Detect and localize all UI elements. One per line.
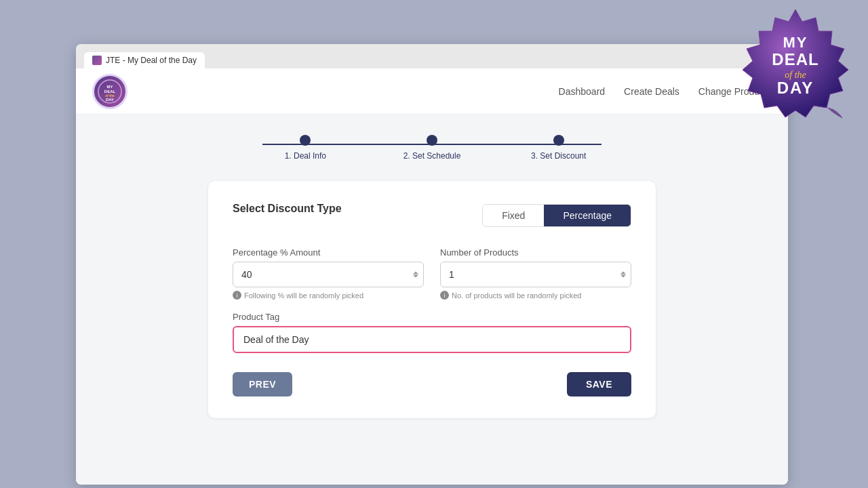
step-dot-3 <box>553 135 564 146</box>
browser-tab-bar: JTE - My Deal of the Day <box>76 44 788 68</box>
product-tag-label: Product Tag <box>233 312 631 322</box>
stepper: 1. Deal Info 2. Set Schedule 3. Set Disc… <box>242 135 622 161</box>
products-count-spinner[interactable] <box>620 272 626 278</box>
products-spinner-down-icon[interactable] <box>620 275 626 278</box>
svg-text:MY: MY <box>107 85 113 89</box>
nav-dashboard[interactable]: Dashboard <box>559 86 606 97</box>
step-dot-2 <box>427 135 437 146</box>
main-content: 1. Deal Info 2. Set Schedule 3. Set Disc… <box>76 115 788 439</box>
discount-type-row: Select Discount Type Fixed Percentage <box>233 203 631 228</box>
product-tag-group: Product Tag <box>233 312 631 353</box>
percentage-input-wrap <box>233 262 424 287</box>
spinner-down-icon[interactable] <box>413 275 418 278</box>
step-2: 2. Set Schedule <box>369 135 496 161</box>
percentage-label: Percentage % Amount <box>233 247 424 258</box>
spinner-up-icon[interactable] <box>413 272 418 274</box>
app-header: MY DEAL of the DAY Dashboard Create Deal… <box>76 68 788 115</box>
step-1: 1. Deal Info <box>242 135 369 161</box>
browser-tab[interactable]: JTE - My Deal of the Day <box>84 52 205 68</box>
percentage-input[interactable] <box>233 262 424 287</box>
save-button[interactable]: SAVE <box>567 372 631 396</box>
fixed-btn[interactable]: Fixed <box>483 205 544 226</box>
svg-text:MY: MY <box>783 34 808 51</box>
actions-row: PREV SAVE <box>233 372 631 396</box>
step-label-2: 2. Set Schedule <box>403 151 461 161</box>
browser-content: MY DEAL of the DAY Dashboard Create Deal… <box>76 68 788 485</box>
products-spinner-up-icon[interactable] <box>620 272 626 274</box>
svg-text:DAY: DAY <box>777 79 814 97</box>
svg-text:DEAL: DEAL <box>772 50 818 68</box>
badge-sticker-svg: MY DEAL of the DAY <box>740 7 852 119</box>
form-row-inputs: Percentage % Amount i Following % will b… <box>233 247 631 300</box>
percentage-spinner[interactable] <box>413 272 418 278</box>
main-card: Select Discount Type Fixed Percentage Pe… <box>208 181 656 418</box>
step-label-1: 1. Deal Info <box>285 151 326 161</box>
hint-icon-products: i <box>440 291 449 300</box>
products-count-input-wrap <box>440 262 631 287</box>
products-count-hint-text: No. of products will be randomly picked <box>452 291 581 300</box>
step-label-3: 3. Set Discount <box>531 151 586 161</box>
products-count-input[interactable] <box>440 262 631 287</box>
step-3: 3. Set Discount <box>495 135 622 161</box>
app-logo: MY DEAL of the DAY <box>92 74 127 109</box>
product-tag-input[interactable] <box>233 326 631 353</box>
svg-text:DAY: DAY <box>106 98 114 102</box>
tab-title: JTE - My Deal of the Day <box>106 56 197 65</box>
products-count-group: Number of Products i No. of products wil… <box>440 247 631 300</box>
percentage-hint-text: Following % will be randomly picked <box>244 291 363 300</box>
discount-toggle-group: Fixed Percentage <box>482 204 631 227</box>
browser-window: JTE - My Deal of the Day MY DEAL of the … <box>76 44 788 485</box>
products-count-label: Number of Products <box>440 247 631 258</box>
percentage-hint: i Following % will be randomly picked <box>233 291 424 300</box>
step-dot-1 <box>300 135 311 146</box>
products-count-hint: i No. of products will be randomly picke… <box>440 291 631 300</box>
nav-create-deals[interactable]: Create Deals <box>624 86 679 97</box>
tab-favicon <box>92 56 102 65</box>
prev-button[interactable]: PREV <box>233 372 292 396</box>
section-title: Select Discount Type <box>233 203 342 215</box>
percentage-group: Percentage % Amount i Following % will b… <box>233 247 424 300</box>
hint-icon-percentage: i <box>233 291 241 300</box>
percentage-btn[interactable]: Percentage <box>544 205 631 226</box>
badge-sticker: MY DEAL of the DAY <box>740 7 852 119</box>
